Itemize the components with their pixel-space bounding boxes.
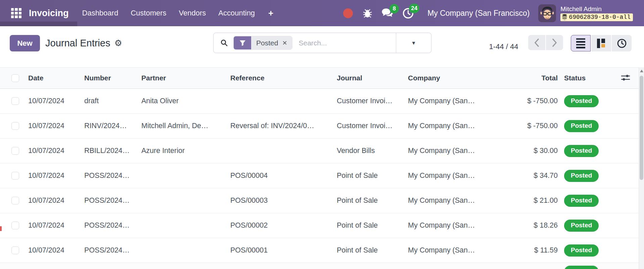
search-input[interactable] [292,39,396,47]
database-label: 69062839-18-0-all [569,14,631,21]
cell-date: 10/07/2024 [28,122,84,130]
table-row[interactable]: 10/07/2024 POSS/2024… POS/00004 Point of… [0,163,639,188]
bug-icon[interactable] [362,8,373,18]
activity-view-button[interactable] [612,35,632,51]
kanban-view-button[interactable] [591,35,611,51]
cell-number: POSS/2024… [84,221,141,230]
cell-total: $ 21.00 [519,196,558,205]
cell-company: My Company (San… [408,221,519,230]
cell-partner: Anita Oliver [141,97,230,105]
avatar[interactable] [538,4,556,22]
cell-reference: POS/00003 [230,196,337,205]
company-switcher[interactable]: My Company (San Francisco) [427,9,530,18]
menu-dashboard[interactable]: Dashboard [82,9,119,17]
cell-number: RINV/2024… [84,122,141,130]
menu-vendors[interactable]: Vendors [179,9,206,17]
cell-number: POSS/2024… [84,171,141,180]
cell-date: 10/07/2024 [28,97,84,105]
cell-reference: POS/00002 [230,221,337,230]
select-all-checkbox[interactable] [11,74,19,82]
pager-next-button[interactable] [546,35,563,50]
table-row[interactable]: 10/07/2024 POSS/2024… POS/00002 Point of… [0,213,639,238]
new-button[interactable]: New [10,35,40,51]
column-options-icon[interactable] [620,73,631,82]
activities-icon[interactable]: 24 [402,7,414,19]
list-view-button[interactable] [571,35,591,51]
pager-previous-button[interactable] [528,35,545,50]
cell-reference: POS/00004 [230,171,337,180]
cell-company: My Company (San… [408,171,519,180]
cell-date: 10/07/2024 [28,147,84,155]
control-panel: New Journal Entries ⚙ Posted ✕ ▼ 1-44 / … [0,26,644,67]
pager-range[interactable]: 1-44 / 44 [486,26,521,67]
table-header: Date Number Partner Reference Journal Co… [0,67,639,89]
cell-number: RBILL/2024… [84,147,141,155]
user-menu[interactable]: Mitchell Admin 69062839-18-0-all [560,5,633,21]
table-row-partial[interactable]: Posted [0,263,639,269]
status-badge: Posted [564,170,599,182]
apps-menu-icon[interactable] [11,8,21,18]
row-checkbox[interactable] [11,97,19,105]
table-row[interactable]: 10/07/2024 POSS/2024… POS/00001 Point of… [0,238,639,263]
cell-reference: POS/00001 [230,246,337,255]
gear-icon[interactable]: ⚙ [114,39,122,47]
row-checkbox[interactable] [11,147,19,155]
filter-facet[interactable]: Posted ✕ [233,36,292,50]
table-row[interactable]: 10/07/2024 POSS/2024… POS/00003 Point of… [0,188,639,213]
column-header-reference[interactable]: Reference [230,74,337,82]
cell-partner: Azure Interior [141,147,230,155]
cell-journal: Point of Sale [337,196,408,205]
menu-customers[interactable]: Customers [131,9,166,17]
plus-icon[interactable]: + [268,8,273,18]
loading-bar [0,22,77,26]
column-header-partner[interactable]: Partner [141,74,230,82]
close-icon[interactable]: ✕ [282,39,287,47]
search-dropdown-toggle[interactable]: ▼ [396,33,431,53]
cell-journal: Point of Sale [337,221,408,230]
chevron-right-icon [552,38,557,47]
vertical-scrollbar[interactable] [639,67,644,269]
cell-journal: Vendor Bills [337,147,408,155]
cell-total: $ 11.59 [519,246,558,255]
database-icon [562,14,567,20]
column-header-number[interactable]: Number [84,74,141,82]
row-checkbox[interactable] [11,172,19,180]
scrollbar-thumb[interactable] [640,76,643,180]
row-checkbox[interactable] [11,122,19,130]
cell-company: My Company (San… [408,196,519,205]
app-name[interactable]: Invoicing [29,8,69,18]
table-row[interactable]: 10/07/2024 RBILL/2024… Azure Interior Ve… [0,139,639,163]
scrollbar-up-arrow-icon[interactable] [640,70,643,72]
cell-journal: Customer Invoi… [337,97,408,105]
cell-total: $ 18.26 [519,221,558,230]
screen-edge-marker [0,226,2,231]
column-header-company[interactable]: Company [408,74,519,82]
cell-company: My Company (San… [408,147,519,155]
row-checkbox[interactable] [11,246,19,254]
activities-badge: 24 [409,4,419,13]
status-badge: Posted [564,95,599,107]
database-badge: 69062839-18-0-all [560,13,633,21]
status-badge: Posted [564,244,599,257]
cell-journal: Point of Sale [337,246,408,255]
cell-reference: Reversal of: INV/2024/0… [230,122,337,130]
table-row[interactable]: 10/07/2024 RINV/2024… Mitchell Admin, De… [0,114,639,139]
cell-company: My Company (San… [408,246,519,255]
cell-total: $ -750.00 [519,97,558,105]
table-row[interactable]: 10/07/2024 draft Anita Oliver Customer I… [0,89,639,114]
row-checkbox[interactable] [11,197,19,204]
column-header-total[interactable]: Total [519,74,558,82]
row-checkbox[interactable] [11,222,19,229]
cell-company: My Company (San… [408,122,519,130]
record-indicator-icon[interactable] [343,8,353,18]
cell-date: 10/07/2024 [28,171,84,180]
user-name: Mitchell Admin [560,5,633,13]
cell-partner: Mitchell Admin, De… [141,122,230,130]
cell-date: 10/07/2024 [28,221,84,230]
systray: 8 24 My Company (San Francisco) [343,0,644,26]
top-navbar: Invoicing Dashboard Customers Vendors Ac… [0,0,644,26]
column-header-date[interactable]: Date [28,74,84,82]
column-header-journal[interactable]: Journal [337,74,408,82]
menu-accounting[interactable]: Accounting [218,9,255,17]
messages-icon[interactable]: 8 [381,8,394,18]
